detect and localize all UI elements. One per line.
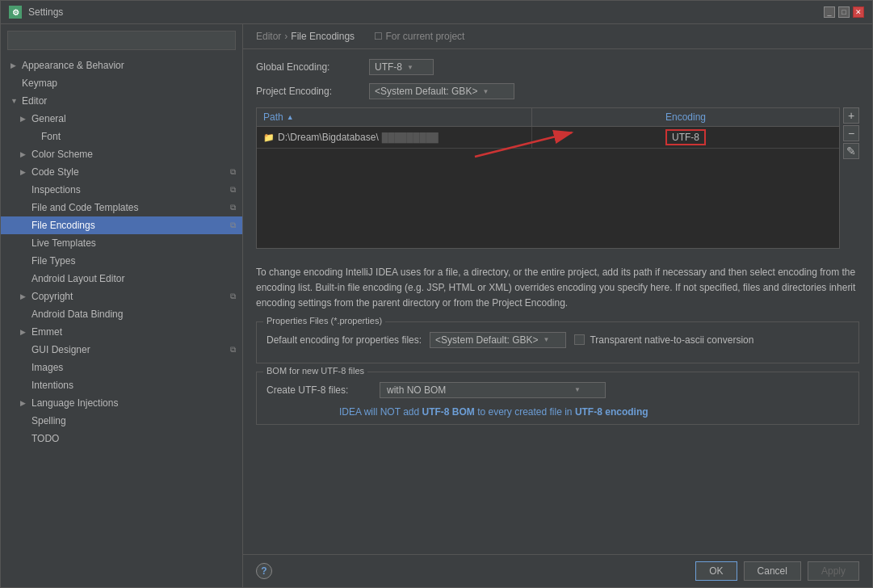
sidebar-item-appearance[interactable]: ▶ Appearance & Behavior: [1, 57, 242, 74]
sidebar-item-copyright[interactable]: ▶ Copyright ⧉: [1, 288, 242, 305]
project-encoding-row: Project Encoding: <System Default: GBK> …: [256, 83, 859, 99]
sidebar-item-emmet[interactable]: ▶ Emmet: [1, 323, 242, 341]
sidebar-item-font[interactable]: Font: [1, 128, 242, 145]
sidebar-item-spelling[interactable]: Spelling: [1, 412, 242, 430]
sidebar-item-colorscheme[interactable]: ▶ Color Scheme: [1, 145, 242, 163]
table-cell-path: 📁 D:\Dream\Bigdatabase\ █████████: [257, 127, 532, 148]
create-utf8-dropdown[interactable]: with NO BOM ▼: [380, 382, 606, 398]
add-row-button[interactable]: +: [843, 107, 859, 124]
breadcrumb: Editor › File Encodings ☐ For current pr…: [243, 24, 872, 49]
default-encoding-row: Default encoding for properties files: <…: [267, 332, 849, 348]
sidebar-item-images[interactable]: Images: [1, 359, 242, 376]
create-utf8-value: with NO BOM: [387, 384, 446, 396]
global-encoding-label: Global Encoding:: [256, 61, 361, 73]
path-header-label: Path: [263, 111, 283, 123]
global-encoding-row: Global Encoding: UTF-8 ▼: [256, 59, 859, 75]
transparent-checkbox[interactable]: [574, 334, 585, 345]
sidebar-item-label: File and Code Templates: [31, 202, 139, 213]
sidebar-item-editor[interactable]: ▼ Editor: [1, 92, 242, 110]
copy-icon: ⧉: [230, 185, 236, 195]
path-masked: █████████: [382, 132, 439, 142]
close-button[interactable]: ✕: [853, 6, 864, 18]
sidebar-item-label: Copyright: [31, 291, 73, 302]
sidebar-item-intentions[interactable]: Intentions: [1, 376, 242, 394]
edit-row-button[interactable]: ✎: [843, 143, 859, 159]
chevron-down-icon: ▼: [544, 336, 550, 343]
sidebar-item-label: File Encodings: [31, 220, 95, 231]
search-input[interactable]: [7, 31, 236, 50]
sidebar-item-languageinjections[interactable]: ▶ Language Injections: [1, 394, 242, 412]
sidebar-item-todo[interactable]: TODO: [1, 430, 242, 447]
help-button[interactable]: ?: [256, 563, 272, 579]
app-icon: ⚙: [9, 6, 22, 19]
default-encoding-value: <System Default: GBK>: [435, 334, 538, 346]
title-bar-left: ⚙ Settings: [9, 6, 63, 19]
chevron-down-icon: ▼: [407, 64, 413, 71]
apply-button[interactable]: Apply: [808, 561, 859, 581]
default-encoding-dropdown[interactable]: <System Default: GBK> ▼: [430, 332, 566, 348]
properties-section: Properties Files (*.properties) Default …: [256, 321, 859, 363]
sidebar-item-label: General: [31, 113, 66, 124]
bom-section: BOM for new UTF-8 files Create UTF-8 fil…: [256, 372, 859, 425]
sidebar-item-fileencodings[interactable]: File Encodings ⧉: [1, 216, 242, 234]
encoding-table: Path ▲ Encoding 📁 D:\Dream\B: [256, 107, 840, 249]
sidebar-item-label: Font: [41, 131, 61, 142]
sidebar-item-androidlayouteditor[interactable]: Android Layout Editor: [1, 270, 242, 288]
properties-section-content: Default encoding for properties files: <…: [267, 329, 849, 348]
main-panel: Editor › File Encodings ☐ For current pr…: [243, 24, 872, 587]
transparent-label: Transparent native-to-ascii conversion: [590, 334, 753, 346]
expand-arrow: ▶: [20, 399, 28, 407]
bom-note-highlight: UTF-8 BOM: [422, 406, 474, 418]
cancel-button[interactable]: Cancel: [744, 561, 801, 581]
sidebar-item-label: Emmet: [31, 326, 62, 338]
sidebar-item-codestyle[interactable]: ▶ Code Style ⧉: [1, 163, 242, 181]
table-container: Path ▲ Encoding 📁 D:\Dream\B: [256, 107, 859, 258]
project-encoding-label: Project Encoding:: [256, 86, 361, 97]
project-note: ☐ For current project: [374, 31, 464, 42]
copy-icon: ⧉: [230, 292, 236, 301]
project-note-icon: ☐: [374, 31, 383, 42]
sidebar-item-general[interactable]: ▶ General: [1, 110, 242, 128]
sidebar-item-keymap[interactable]: Keymap: [1, 74, 242, 92]
ok-button[interactable]: OK: [695, 561, 737, 581]
path-value: D:\Dream\Bigdatabase\: [278, 132, 379, 143]
encoding-header-label: Encoding: [665, 111, 706, 123]
sidebar-item-label: Inspections: [31, 184, 81, 195]
properties-section-title: Properties Files (*.properties): [263, 316, 385, 326]
project-encoding-dropdown[interactable]: <System Default: GBK> ▼: [369, 83, 514, 99]
minimize-button[interactable]: _: [824, 6, 835, 18]
main-content: ▶ Appearance & Behavior Keymap ▼ Editor …: [1, 24, 872, 587]
create-utf8-row: Create UTF-8 files: with NO BOM ▼: [267, 382, 849, 398]
table-action-buttons: + − ✎: [843, 107, 859, 258]
chevron-down-icon: ▼: [574, 386, 581, 393]
sidebar-item-label: Keymap: [22, 78, 57, 89]
bottom-bar: ? OK Cancel Apply: [243, 554, 872, 587]
default-encoding-label: Default encoding for properties files:: [267, 334, 422, 346]
settings-window: ⚙ Settings _ □ ✕ ▶ Appearance & Behavior…: [0, 0, 873, 588]
remove-row-button[interactable]: −: [843, 125, 859, 141]
sidebar-item-label: GUI Designer: [31, 344, 90, 355]
sidebar-item-inspections[interactable]: Inspections ⧉: [1, 181, 242, 199]
expand-arrow: ▼: [10, 97, 19, 105]
sidebar-item-androiddatabinding[interactable]: Android Data Binding: [1, 305, 242, 323]
sidebar-item-filecodetemplates[interactable]: File and Code Templates ⧉: [1, 199, 242, 216]
sidebar-item-label: Editor: [22, 95, 47, 107]
sidebar-item-livetemplates[interactable]: Live Templates: [1, 234, 242, 252]
sidebar-item-label: File Types: [31, 255, 75, 267]
sidebar-item-label: Appearance & Behavior: [22, 60, 124, 71]
maximize-button[interactable]: □: [838, 6, 850, 18]
table-row[interactable]: 📁 D:\Dream\Bigdatabase\ █████████ UTF-8: [257, 127, 839, 149]
info-text: To change encoding IntelliJ IDEA uses fo…: [256, 265, 859, 312]
title-bar: ⚙ Settings _ □ ✕: [1, 1, 872, 24]
sidebar-item-label: Android Layout Editor: [31, 273, 124, 284]
sidebar-item-label: Android Data Binding: [31, 309, 123, 320]
table-header: Path ▲ Encoding: [257, 108, 839, 127]
sidebar-item-label: Images: [31, 362, 63, 373]
sidebar-item-guidesigner[interactable]: GUI Designer ⧉: [1, 341, 242, 359]
table-header-encoding: Encoding: [532, 108, 839, 126]
sidebar-item-filetypes[interactable]: File Types: [1, 252, 242, 270]
sidebar-item-label: Spelling: [31, 415, 66, 426]
bom-section-content: Create UTF-8 files: with NO BOM ▼ IDEA w…: [267, 379, 849, 418]
global-encoding-dropdown[interactable]: UTF-8 ▼: [369, 59, 434, 75]
sidebar-item-label: Code Style: [31, 166, 79, 178]
